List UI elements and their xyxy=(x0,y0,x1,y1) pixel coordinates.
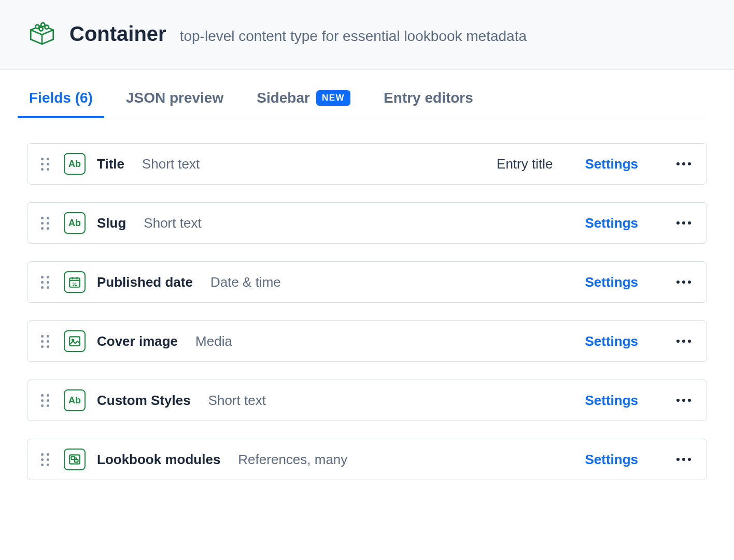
field-name: Custom Styles xyxy=(97,393,191,409)
more-actions-button[interactable] xyxy=(674,221,693,225)
tab-entry-editors[interactable]: Entry editors xyxy=(382,85,475,118)
svg-point-0 xyxy=(35,25,39,29)
field-type: Short text xyxy=(208,393,266,409)
field-meta: Entry title xyxy=(497,156,553,172)
settings-button[interactable]: Settings xyxy=(585,393,638,409)
new-badge: NEW xyxy=(316,90,350,106)
settings-button[interactable]: Settings xyxy=(585,156,638,172)
svg-rect-9 xyxy=(72,457,75,459)
more-actions-button[interactable] xyxy=(674,162,693,165)
more-actions-button[interactable] xyxy=(674,281,693,284)
media-field-icon xyxy=(64,330,86,352)
tab-bar: Fields (6) JSON preview Sidebar NEW Entr… xyxy=(27,70,707,118)
drag-handle-icon[interactable] xyxy=(41,333,52,349)
text-field-icon: Ab xyxy=(64,212,86,234)
drag-handle-icon[interactable] xyxy=(41,274,52,290)
tab-label: JSON preview xyxy=(126,90,223,106)
content-type-header: Container top-level content type for ess… xyxy=(0,0,734,70)
svg-point-1 xyxy=(41,23,45,26)
date-field-icon: 31 xyxy=(64,271,86,293)
content-type-icon xyxy=(27,19,57,49)
field-row[interactable]: Lookbook modules References, many Settin… xyxy=(27,439,707,480)
field-name: Slug xyxy=(97,215,126,231)
drag-handle-icon[interactable] xyxy=(41,452,52,467)
tab-label: Sidebar xyxy=(257,90,310,106)
drag-handle-icon[interactable] xyxy=(41,393,52,408)
tab-label: Fields (6) xyxy=(29,90,93,106)
svg-point-3 xyxy=(45,25,48,29)
settings-button[interactable]: Settings xyxy=(585,333,638,349)
tab-json-preview[interactable]: JSON preview xyxy=(124,85,225,118)
page-title: Container xyxy=(69,22,166,46)
field-type: Short text xyxy=(144,215,201,231)
drag-handle-icon[interactable] xyxy=(41,156,52,172)
settings-button[interactable]: Settings xyxy=(585,274,638,290)
svg-rect-10 xyxy=(75,459,78,462)
tab-label: Entry editors xyxy=(384,90,473,106)
field-name: Title xyxy=(97,156,124,172)
more-actions-button[interactable] xyxy=(674,399,693,402)
field-name: Published date xyxy=(97,274,193,290)
svg-point-2 xyxy=(39,27,43,31)
settings-button[interactable]: Settings xyxy=(585,452,638,468)
field-row[interactable]: Ab Title Short text Entry title Settings xyxy=(27,143,707,185)
settings-button[interactable]: Settings xyxy=(585,215,638,231)
field-row[interactable]: Ab Custom Styles Short text Settings xyxy=(27,380,707,421)
field-name: Lookbook modules xyxy=(97,452,220,468)
tab-fields[interactable]: Fields (6) xyxy=(27,85,95,118)
drag-handle-icon[interactable] xyxy=(41,215,52,231)
field-type: Media xyxy=(195,333,232,349)
text-field-icon: Ab xyxy=(64,389,86,411)
fields-list: Ab Title Short text Entry title Settings… xyxy=(0,118,734,493)
field-row[interactable]: Cover image Media Settings xyxy=(27,320,707,362)
more-actions-button[interactable] xyxy=(674,458,693,461)
svg-text:31: 31 xyxy=(72,282,77,287)
field-name: Cover image xyxy=(97,333,178,349)
page-description: top-level content type for essential loo… xyxy=(180,28,527,45)
text-field-icon: Ab xyxy=(64,153,86,175)
field-type: Date & time xyxy=(210,274,281,290)
field-row[interactable]: 31 Published date Date & time Settings xyxy=(27,261,707,303)
tab-sidebar[interactable]: Sidebar NEW xyxy=(255,85,352,118)
field-type: References, many xyxy=(238,452,347,468)
field-type: Short text xyxy=(142,156,200,172)
field-row[interactable]: Ab Slug Short text Settings xyxy=(27,202,707,244)
more-actions-button[interactable] xyxy=(674,340,693,343)
reference-field-icon xyxy=(64,449,86,470)
